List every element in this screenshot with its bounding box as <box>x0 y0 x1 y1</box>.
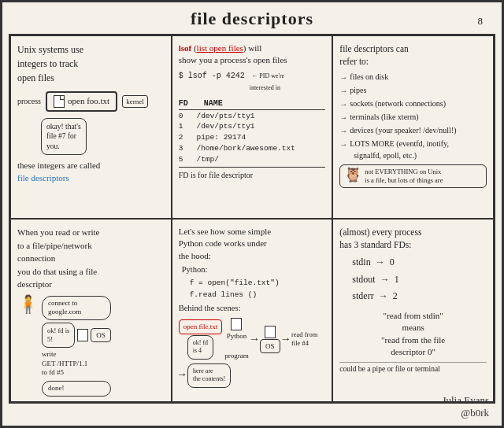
page: file descriptors 8 Unix systems use inte… <box>0 0 504 428</box>
write-instruction: write GET /HTTP/1.1 to fd #5 <box>42 350 111 378</box>
cell-standard-fds: (almost) every process has 3 standard FD… <box>332 219 494 402</box>
cell3-items: → files on disk → pipes → sockets (netwo… <box>339 71 487 161</box>
quote2: "read from the file <box>339 334 487 346</box>
python-label: Python: <box>182 265 208 274</box>
stdout-arrow: → <box>380 271 390 289</box>
process-label: process <box>17 96 41 107</box>
page-title: file descriptors <box>9 9 495 29</box>
quote1: "read from stdin" <box>339 310 487 322</box>
arrow-icon: → <box>339 98 347 110</box>
arrow-icon: → <box>339 85 347 97</box>
stdin-label: stdin <box>352 254 370 271</box>
these-integers-label: these integers are called <box>17 160 100 170</box>
cell-read-write: When you read or write to a file/pipe/ne… <box>10 219 172 402</box>
quote-block: "read from stdin" means "read from the f… <box>339 310 487 359</box>
cell6-footer: could be a pipe or file or terminal <box>339 362 487 374</box>
owl-figure: 🦉 <box>344 168 361 182</box>
done-label: done! <box>42 381 111 397</box>
stderr-label: stderr <box>352 288 373 305</box>
cell1-footer: these integers are called file descripto… <box>17 160 165 186</box>
means-label: means <box>339 322 487 334</box>
file-icon <box>54 95 65 108</box>
lsof-table: FD NAME 0 /dev/pts/tty1 1 /dev/pts/tty1 … <box>179 98 326 182</box>
item-terminals: → terminals (like xterm) <box>339 111 487 124</box>
signature: Julia Evans @b0rk <box>442 394 489 419</box>
table-row: 3 /home/bork/awesome.txt <box>179 143 326 154</box>
cell-lsof: lsof (list open files) will show you a p… <box>172 35 333 219</box>
os-box: OS <box>91 328 111 343</box>
list-open-files: list open files <box>197 43 243 53</box>
quote3: descriptor 0" <box>339 346 487 358</box>
not-everything-box: 🦉 not EVERYTHING on Unix is a file, but … <box>339 164 487 188</box>
cell4-diagram: 🧍 connect to google.com ok! fd is 5! OS <box>17 296 165 397</box>
item-devices: → devices (your speaker! /dev/null!) <box>339 124 487 137</box>
cell2-intro: lsof (list open files) will show you a p… <box>179 42 326 67</box>
os-label: OS <box>260 339 280 354</box>
item-files: → files on disk <box>339 71 487 83</box>
open-file-group: open file.txt ok! fdis 4 <box>179 319 223 359</box>
table-row: 2 pipe: 29174 <box>179 132 326 143</box>
item-sockets: → sockets (network connections) <box>339 98 487 110</box>
code-line1: f = open("file.txt") <box>190 279 280 287</box>
python-file-icon <box>231 318 242 330</box>
ok-fd4-bubble: ok! fdis 4 <box>187 335 213 360</box>
author-handle: @b0rk <box>442 407 489 419</box>
stderr-row: stderr → 2 <box>352 288 487 305</box>
stdin-val: 0 <box>390 254 395 271</box>
fd-footer: FD is for file descriptor <box>179 167 326 181</box>
behind-scenes-label: Behind the scenes: <box>179 303 326 315</box>
stderr-val: 2 <box>393 288 398 305</box>
ok-fd-bubble: ok! fd is 5! <box>42 323 75 348</box>
lsof-command-block: $ lsof -p 4242 ← PID we're interested in <box>179 70 326 94</box>
pid-note: interested in <box>250 84 280 91</box>
table-row: 1 /dev/pts/tty1 <box>179 121 326 132</box>
table-header: FD NAME <box>179 98 326 110</box>
fd-table: stdin → 0 stdout → 1 stderr → 2 <box>352 254 487 305</box>
stdout-label: stdout <box>352 271 375 289</box>
cell-fd-refer-to: file descriptors can refer to: → files o… <box>332 35 494 219</box>
ok-fd-row: ok! fd is 5! OS <box>42 323 111 348</box>
cell5-intro: Let's see how some simple Python code wo… <box>179 226 326 262</box>
cell-unix-integers: Unix systems use integers to track open … <box>10 35 172 219</box>
cell5-diagram: open file.txt ok! fdis 4 Python program … <box>179 318 326 388</box>
arrow-icon: → <box>339 125 347 137</box>
table-row: 5 /tmp/ <box>179 154 326 165</box>
content-grid: Unix systems use integers to track open … <box>9 34 495 404</box>
cell1-text: Unix systems use integers to track open … <box>17 42 165 85</box>
stdin-row: stdin → 0 <box>352 254 487 271</box>
lsof-command: $ lsof -p 4242 <box>179 72 245 80</box>
python-prog-box: Python program <box>224 318 249 361</box>
bubble-content: okay! that's file #7 for you. <box>41 118 87 155</box>
connect-bubble: connect to google.com <box>42 296 111 320</box>
table-rows: 0 /dev/pts/tty1 1 /dev/pts/tty1 2 pipe: … <box>179 111 326 165</box>
stdin-arrow: → <box>376 254 385 271</box>
cell6-intro: (almost) every process has 3 standard FD… <box>339 226 487 251</box>
cell4-bubbles: connect to google.com ok! fd is 5! OS wr… <box>42 296 111 397</box>
not-everything-text: not EVERYTHING on Unix is a file, but lo… <box>365 168 443 185</box>
arrow-right-2-icon: → <box>283 332 289 348</box>
stdout-val: 1 <box>395 271 399 289</box>
open-file-label: open foo.txt <box>68 95 109 107</box>
item-lots-more: → LOTS MORE (eventfd, inotify, signalfd,… <box>339 138 487 161</box>
page-number: 8 <box>478 15 484 28</box>
arrow-icon: → <box>339 138 347 150</box>
arrow-right-icon: → <box>251 332 258 348</box>
open-file-box: open file.txt <box>179 319 223 334</box>
cell3-title: file descriptors can refer to: <box>339 42 487 68</box>
cell4-intro: When you read or write to a file/pipe/ne… <box>17 226 165 291</box>
lsof-highlight: lsof <box>179 43 192 53</box>
here-are-contents-bubble: here arethe contents! <box>187 363 231 388</box>
os-file-icon <box>265 326 276 338</box>
arrow-icon: → <box>339 112 347 124</box>
cell-python: Let's see how some simple Python code wo… <box>172 219 333 402</box>
table-row: 0 /dev/pts/tty1 <box>179 111 326 122</box>
author-name: Julia Evans <box>442 394 489 407</box>
arrow-icon: → <box>339 72 347 83</box>
pid-arrow: ← PID we're <box>251 72 284 79</box>
kernel-label: kernel <box>122 95 148 109</box>
speech-bubble-1: okay! that's file #7 for you. <box>41 118 165 155</box>
python-code-block: Python: f = open("file.txt") f.read line… <box>182 264 326 301</box>
code-line2: f.read lines () <box>190 290 258 299</box>
open-file-box: open foo.txt <box>46 91 117 112</box>
open-file-row: process open foo.txt kernel <box>17 88 165 115</box>
